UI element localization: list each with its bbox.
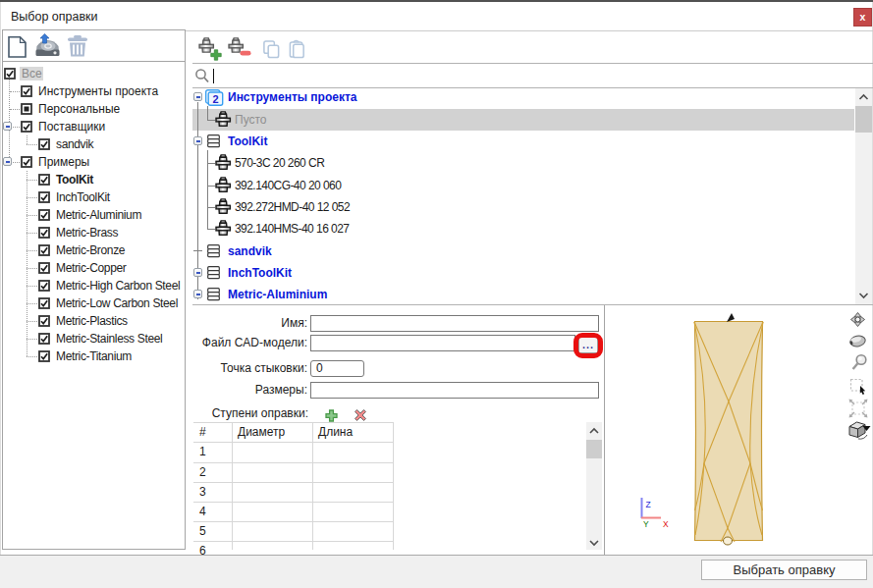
- svg-text:Y: Y: [643, 519, 649, 529]
- svg-text:Z: Z: [646, 500, 651, 509]
- svg-text:2: 2: [213, 93, 219, 105]
- svg-text:X: X: [663, 519, 669, 529]
